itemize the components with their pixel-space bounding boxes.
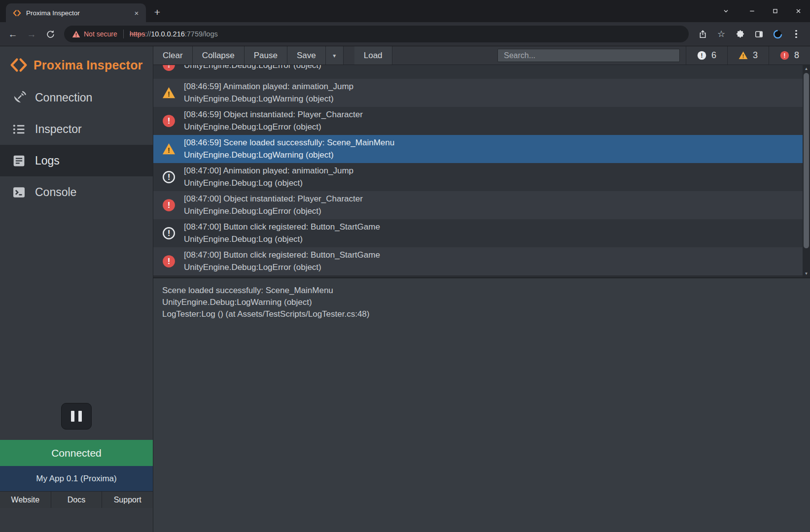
log-source: UnityEngine.Debug:Log (object)	[184, 178, 353, 188]
svg-text:!: !	[168, 116, 171, 126]
window-minimize-button[interactable]	[740, 0, 764, 22]
not-secure-label: Not secure	[84, 30, 117, 38]
app-name-banner: My App 0.1 (Proxima)	[0, 466, 153, 491]
log-source: UnityEngine.Debug:LogWarning (object)	[184, 150, 394, 160]
log-source: UnityEngine.Debug:LogError (object)	[184, 206, 363, 216]
log-row[interactable]: ![08:46:59] Animation played: animation_…	[153, 79, 810, 107]
warning-icon: !	[162, 86, 176, 100]
clear-button[interactable]: Clear	[153, 46, 193, 65]
back-icon: ←	[8, 30, 18, 39]
footer-link-website[interactable]: Website	[0, 492, 51, 508]
svg-text:!: !	[168, 173, 170, 181]
url-path: :7759/logs	[185, 30, 218, 38]
detail-line: LogTester:Log () (at Assets/TestScripts/…	[162, 308, 801, 320]
chevron-down-icon: ▾	[333, 52, 336, 59]
extensions-button[interactable]	[731, 25, 749, 43]
tab-search-chevron-button[interactable]	[714, 0, 738, 22]
search-input[interactable]	[497, 49, 680, 62]
error-count-badge[interactable]: ! 8	[769, 46, 810, 65]
app-logo-text: Proxima Inspector	[34, 58, 143, 72]
error-icon: !	[162, 65, 176, 71]
info-icon: !	[697, 51, 706, 60]
sidebar-item-logs[interactable]: Logs	[0, 145, 153, 176]
scroll-down-button[interactable]: ▼	[803, 270, 810, 277]
log-row[interactable]: ![08:46:59] Scene loaded successfully: S…	[153, 135, 810, 163]
sidebar-item-inspector[interactable]: Inspector	[0, 113, 153, 145]
star-icon: ☆	[717, 30, 725, 38]
share-button[interactable]	[694, 25, 711, 43]
detail-line: UnityEngine.Debug:LogWarning (object)	[162, 297, 801, 308]
sidebar-item-console[interactable]: Console	[0, 176, 153, 208]
sidebar-item-label: Logs	[35, 154, 60, 167]
scroll-up-button[interactable]: ▲	[803, 65, 810, 72]
error-icon: !	[162, 114, 176, 128]
new-tab-button[interactable]: +	[150, 5, 165, 20]
sidebar-item-connection[interactable]: Connection	[0, 82, 153, 113]
connection-status-banner: Connected	[0, 440, 153, 466]
pause-logs-button[interactable]: Pause	[245, 46, 287, 65]
reload-button[interactable]	[41, 25, 59, 43]
forward-icon: →	[27, 30, 36, 39]
menu-button[interactable]	[787, 25, 805, 43]
footer-link-support[interactable]: Support	[102, 492, 153, 508]
info-count-badge[interactable]: ! 6	[686, 46, 727, 65]
tab-strip: Proxima Inspector × +	[0, 0, 810, 22]
logs-toolbar: Clear Collapse Pause Save ▾ Load ! 6 !	[153, 46, 810, 65]
terminal-icon	[12, 185, 26, 200]
puzzle-icon	[736, 30, 745, 39]
info-icon: !	[162, 227, 176, 240]
log-source: UnityEngine.Debug:LogWarning (object)	[184, 94, 353, 104]
save-dropdown-button[interactable]: ▾	[326, 46, 344, 65]
svg-text:!: !	[168, 65, 171, 69]
log-row[interactable]: ![08:46:59] Object instantiated: Player_…	[153, 107, 810, 135]
sidebar: Proxima Inspector Connection	[0, 46, 153, 532]
kebab-menu-icon	[795, 30, 797, 38]
log-row[interactable]: ![08:47:00] Object instantiated: Player_…	[153, 191, 810, 219]
share-icon	[698, 30, 707, 39]
collapse-button[interactable]: Collapse	[193, 46, 245, 65]
url-bar[interactable]: Not secure https://10.0.0.216:7759/logs	[64, 26, 689, 42]
log-detail-panel: Scene loaded successfully: Scene_MainMen…	[153, 278, 810, 532]
url-scheme: https	[130, 30, 145, 38]
log-scrollbar[interactable]: ▲ ▼	[803, 65, 810, 277]
window-close-button[interactable]	[787, 0, 810, 22]
load-button[interactable]: Load	[354, 46, 392, 65]
log-row[interactable]: ![08:47:00] Button click registered: But…	[153, 247, 810, 275]
warning-count-badge[interactable]: ! 3	[727, 46, 769, 65]
log-row[interactable]: !UnityEngine.Debug:LogError (object)	[153, 65, 810, 79]
footer-link-docs[interactable]: Docs	[51, 492, 103, 508]
log-list-rows: !UnityEngine.Debug:LogError (object)![08…	[153, 65, 810, 275]
address-bar: ← → Not secure https://10.0.0.216:7759/l…	[0, 22, 810, 46]
log-source: UnityEngine.Debug:LogError (object)	[184, 263, 380, 272]
sidebar-item-label: Connection	[35, 91, 92, 104]
scroll-thumb[interactable]	[804, 73, 809, 248]
log-row[interactable]: ![08:47:00] Animation played: animation_…	[153, 163, 810, 191]
warning-count: 3	[753, 50, 758, 61]
browser-tab[interactable]: Proxima Inspector ×	[6, 3, 146, 22]
pause-capture-button[interactable]	[61, 403, 92, 430]
info-icon: !	[162, 170, 176, 184]
back-button[interactable]: ←	[4, 25, 22, 43]
log-row[interactable]: ![08:47:00] Button click registered: But…	[153, 219, 810, 247]
forward-button[interactable]: →	[23, 25, 40, 43]
detail-line: Scene loaded successfully: Scene_MainMen…	[162, 285, 801, 297]
sidebar-footer: Website Docs Support	[0, 491, 153, 508]
profile-button[interactable]	[769, 25, 786, 43]
log-list: !UnityEngine.Debug:LogError (object)![08…	[153, 65, 810, 278]
log-message: [08:46:59] Scene loaded successfully: Sc…	[184, 138, 394, 148]
svg-text:!: !	[701, 52, 703, 59]
bookmark-button[interactable]: ☆	[712, 25, 730, 43]
log-message: [08:46:59] Animation played: animation_J…	[184, 82, 353, 92]
sidebar-item-label: Inspector	[35, 123, 82, 136]
log-message: [08:47:00] Animation played: animation_J…	[184, 166, 353, 176]
save-button[interactable]: Save	[287, 46, 326, 65]
error-count: 8	[794, 50, 799, 61]
bulleted-list-icon	[12, 122, 26, 136]
logs-page: Clear Collapse Pause Save ▾ Load ! 6 !	[153, 46, 810, 532]
document-icon	[12, 154, 26, 168]
error-icon: !	[162, 255, 176, 268]
tab-close-button[interactable]: ×	[132, 8, 141, 17]
window-maximize-button[interactable]	[764, 0, 787, 22]
log-message: [08:47:00] Button click registered: Butt…	[184, 222, 380, 232]
side-panel-button[interactable]	[750, 25, 768, 43]
